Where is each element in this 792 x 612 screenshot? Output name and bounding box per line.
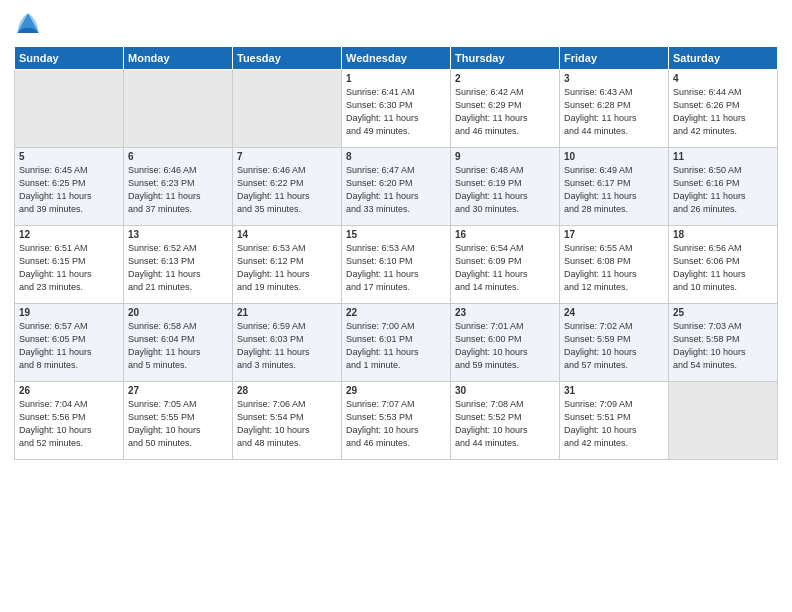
cell-info: Daylight: 11 hours: [346, 346, 446, 359]
day-number: 23: [455, 307, 555, 318]
cell-info: Sunset: 6:00 PM: [455, 333, 555, 346]
day-number: 22: [346, 307, 446, 318]
cell-info: Daylight: 11 hours: [564, 190, 664, 203]
calendar-cell: 6Sunrise: 6:46 AMSunset: 6:23 PMDaylight…: [124, 148, 233, 226]
cell-info: Daylight: 11 hours: [673, 268, 773, 281]
day-number: 27: [128, 385, 228, 396]
day-number: 9: [455, 151, 555, 162]
cell-info: and 14 minutes.: [455, 281, 555, 294]
cell-info: Daylight: 11 hours: [455, 268, 555, 281]
cell-info: Sunrise: 7:06 AM: [237, 398, 337, 411]
cell-info: Daylight: 10 hours: [346, 424, 446, 437]
cell-info: Sunrise: 6:46 AM: [237, 164, 337, 177]
cell-info: Sunset: 6:23 PM: [128, 177, 228, 190]
day-number: 21: [237, 307, 337, 318]
calendar-cell: 3Sunrise: 6:43 AMSunset: 6:28 PMDaylight…: [560, 70, 669, 148]
cell-info: Daylight: 11 hours: [455, 190, 555, 203]
cell-info: Daylight: 11 hours: [128, 268, 228, 281]
cell-info: Daylight: 11 hours: [19, 346, 119, 359]
cell-info: Daylight: 10 hours: [19, 424, 119, 437]
cell-info: Sunrise: 6:53 AM: [346, 242, 446, 255]
cell-info: Sunrise: 7:08 AM: [455, 398, 555, 411]
calendar-cell: 20Sunrise: 6:58 AMSunset: 6:04 PMDayligh…: [124, 304, 233, 382]
cell-info: Sunset: 5:53 PM: [346, 411, 446, 424]
cell-info: Sunset: 6:10 PM: [346, 255, 446, 268]
day-number: 15: [346, 229, 446, 240]
day-number: 18: [673, 229, 773, 240]
cell-info: Sunrise: 6:47 AM: [346, 164, 446, 177]
cell-info: Sunrise: 6:57 AM: [19, 320, 119, 333]
calendar-week-5: 26Sunrise: 7:04 AMSunset: 5:56 PMDayligh…: [15, 382, 778, 460]
cell-info: and 46 minutes.: [346, 437, 446, 450]
cell-info: Sunset: 6:03 PM: [237, 333, 337, 346]
day-number: 14: [237, 229, 337, 240]
calendar-cell: 31Sunrise: 7:09 AMSunset: 5:51 PMDayligh…: [560, 382, 669, 460]
calendar-cell: [233, 70, 342, 148]
cell-info: and 50 minutes.: [128, 437, 228, 450]
day-number: 30: [455, 385, 555, 396]
logo-icon: [14, 10, 42, 38]
day-number: 25: [673, 307, 773, 318]
cell-info: Sunrise: 6:56 AM: [673, 242, 773, 255]
day-number: 24: [564, 307, 664, 318]
day-number: 19: [19, 307, 119, 318]
cell-info: Sunrise: 6:52 AM: [128, 242, 228, 255]
cell-info: Sunrise: 6:59 AM: [237, 320, 337, 333]
cell-info: Sunset: 6:17 PM: [564, 177, 664, 190]
page-header: [14, 10, 778, 38]
cell-info: Sunrise: 6:46 AM: [128, 164, 228, 177]
calendar-cell: 22Sunrise: 7:00 AMSunset: 6:01 PMDayligh…: [342, 304, 451, 382]
calendar-week-4: 19Sunrise: 6:57 AMSunset: 6:05 PMDayligh…: [15, 304, 778, 382]
day-number: 26: [19, 385, 119, 396]
day-number: 8: [346, 151, 446, 162]
cell-info: Sunrise: 6:51 AM: [19, 242, 119, 255]
cell-info: and 37 minutes.: [128, 203, 228, 216]
cell-info: and 28 minutes.: [564, 203, 664, 216]
day-number: 13: [128, 229, 228, 240]
cell-info: and 12 minutes.: [564, 281, 664, 294]
cell-info: and 46 minutes.: [455, 125, 555, 138]
calendar-cell: 17Sunrise: 6:55 AMSunset: 6:08 PMDayligh…: [560, 226, 669, 304]
day-number: 12: [19, 229, 119, 240]
cell-info: and 48 minutes.: [237, 437, 337, 450]
calendar-cell: 19Sunrise: 6:57 AMSunset: 6:05 PMDayligh…: [15, 304, 124, 382]
calendar-cell: [124, 70, 233, 148]
cell-info: Sunset: 6:16 PM: [673, 177, 773, 190]
calendar-cell: 24Sunrise: 7:02 AMSunset: 5:59 PMDayligh…: [560, 304, 669, 382]
cell-info: Daylight: 11 hours: [237, 268, 337, 281]
cell-info: Daylight: 10 hours: [128, 424, 228, 437]
calendar-cell: 26Sunrise: 7:04 AMSunset: 5:56 PMDayligh…: [15, 382, 124, 460]
day-number: 29: [346, 385, 446, 396]
cell-info: Sunset: 6:01 PM: [346, 333, 446, 346]
cell-info: and 57 minutes.: [564, 359, 664, 372]
cell-info: Sunset: 6:19 PM: [455, 177, 555, 190]
cell-info: Daylight: 11 hours: [564, 268, 664, 281]
logo: [14, 10, 46, 38]
cell-info: and 8 minutes.: [19, 359, 119, 372]
day-number: 31: [564, 385, 664, 396]
cell-info: Daylight: 11 hours: [128, 346, 228, 359]
cell-info: Sunset: 6:08 PM: [564, 255, 664, 268]
cell-info: Sunset: 6:22 PM: [237, 177, 337, 190]
weekday-header-monday: Monday: [124, 47, 233, 70]
page-container: SundayMondayTuesdayWednesdayThursdayFrid…: [0, 0, 792, 470]
calendar-week-2: 5Sunrise: 6:45 AMSunset: 6:25 PMDaylight…: [15, 148, 778, 226]
day-number: 16: [455, 229, 555, 240]
cell-info: Daylight: 11 hours: [128, 190, 228, 203]
calendar-cell: 8Sunrise: 6:47 AMSunset: 6:20 PMDaylight…: [342, 148, 451, 226]
header-row: SundayMondayTuesdayWednesdayThursdayFrid…: [15, 47, 778, 70]
calendar-cell: 27Sunrise: 7:05 AMSunset: 5:55 PMDayligh…: [124, 382, 233, 460]
cell-info: Daylight: 10 hours: [237, 424, 337, 437]
day-number: 10: [564, 151, 664, 162]
cell-info: Sunset: 5:56 PM: [19, 411, 119, 424]
cell-info: and 23 minutes.: [19, 281, 119, 294]
calendar-cell: 11Sunrise: 6:50 AMSunset: 6:16 PMDayligh…: [669, 148, 778, 226]
calendar-cell: 13Sunrise: 6:52 AMSunset: 6:13 PMDayligh…: [124, 226, 233, 304]
cell-info: and 17 minutes.: [346, 281, 446, 294]
calendar-cell: 28Sunrise: 7:06 AMSunset: 5:54 PMDayligh…: [233, 382, 342, 460]
cell-info: Daylight: 10 hours: [455, 346, 555, 359]
day-number: 6: [128, 151, 228, 162]
calendar-header: SundayMondayTuesdayWednesdayThursdayFrid…: [15, 47, 778, 70]
cell-info: and 35 minutes.: [237, 203, 337, 216]
calendar-cell: 25Sunrise: 7:03 AMSunset: 5:58 PMDayligh…: [669, 304, 778, 382]
